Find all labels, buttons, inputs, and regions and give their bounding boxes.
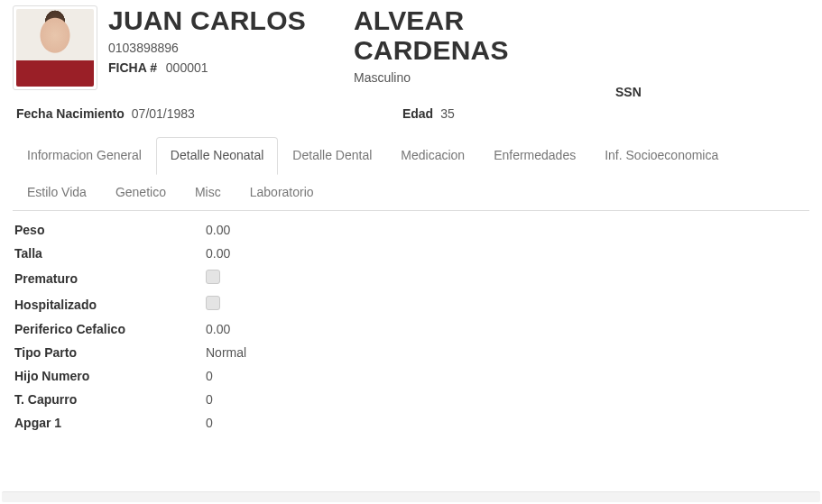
detail-label: Peso [13, 223, 188, 237]
age-value: 35 [440, 106, 455, 121]
checkbox[interactable] [206, 296, 220, 310]
detail-row: Talla0.00 [13, 242, 809, 265]
tabs-nav: Informacion General Detalle Neonatal Det… [13, 137, 809, 211]
dob-label: Fecha Nacimiento [16, 106, 125, 121]
checkbox[interactable] [206, 270, 220, 284]
detail-label: Hospitalizado [13, 298, 188, 312]
age-label: Edad [402, 106, 433, 121]
detail-value [188, 296, 220, 313]
detail-value: 0 [188, 416, 213, 430]
avatar-image [16, 9, 94, 87]
ssn-label: SSN [615, 85, 642, 99]
tab-estilo-vida[interactable]: Estilo Vida [13, 174, 101, 212]
detail-label: T. Capurro [13, 392, 188, 407]
neonatal-details: Peso0.00Talla0.00PrematuroHospitalizadoP… [13, 218, 809, 435]
tab-laboratorio[interactable]: Laboratorio [236, 174, 328, 212]
patient-photo[interactable] [13, 5, 97, 90]
detail-row: Hospitalizado [13, 291, 809, 317]
detail-row: Tipo PartoNormal [13, 341, 809, 364]
detail-label: Prematuro [13, 271, 188, 286]
horizontal-scrollbar[interactable] [2, 491, 820, 502]
tab-medicacion[interactable]: Medicacion [386, 137, 479, 175]
detail-value: 0 [188, 392, 213, 407]
ficha-label: FICHA # [108, 60, 157, 75]
tab-genetico[interactable]: Genetico [101, 174, 180, 212]
detail-value: 0.00 [188, 322, 230, 336]
tab-informacion-general[interactable]: Informacion General [13, 137, 156, 175]
detail-label: Tipo Parto [13, 345, 188, 360]
detail-label: Apgar 1 [13, 416, 188, 430]
tab-detalle-neonatal[interactable]: Detalle Neonatal [156, 137, 279, 175]
detail-value: 0.00 [188, 223, 230, 237]
detail-row: Apgar 10 [13, 411, 809, 435]
detail-value: 0 [188, 369, 213, 383]
dob-value: 07/01/1983 [132, 106, 195, 121]
detail-row: Periferico Cefalico0.00 [13, 317, 809, 341]
detail-label: Periferico Cefalico [13, 322, 188, 336]
detail-row: T. Capurro0 [13, 388, 809, 411]
detail-label: Talla [13, 246, 188, 261]
detail-label: Hijo Numero [13, 369, 188, 383]
detail-value: 0.00 [188, 246, 230, 261]
tab-inf-socioeconomica[interactable]: Inf. Socioeconomica [590, 137, 733, 175]
ficha-value: 000001 [166, 60, 208, 75]
detail-row: Peso0.00 [13, 218, 809, 242]
tab-enfermedades[interactable]: Enfermedades [479, 137, 590, 175]
detail-value: Normal [188, 345, 246, 360]
tab-misc[interactable]: Misc [180, 174, 236, 212]
tab-detalle-dental[interactable]: Detalle Dental [278, 137, 386, 175]
detail-row: Prematuro [13, 265, 809, 291]
patient-last-names: ALVEAR CARDENAS [354, 5, 615, 65]
patient-gender: Masculino [354, 70, 615, 85]
detail-value [188, 270, 220, 287]
patient-first-names: JUAN CARLOS [108, 5, 352, 35]
patient-id-number: 0103898896 [108, 41, 352, 55]
detail-row: Hijo Numero0 [13, 364, 809, 388]
